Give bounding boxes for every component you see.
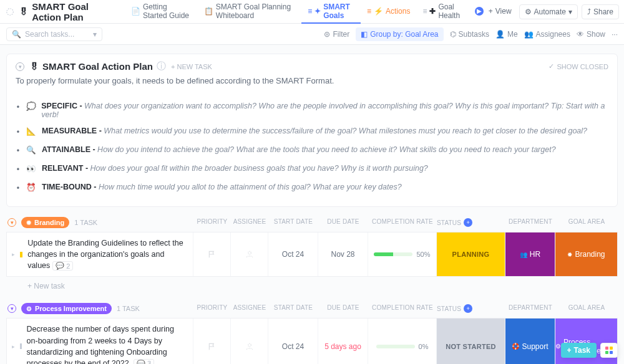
smart-row: •⏰TIME-BOUND - How much time would you a… [16,179,608,198]
comments-badge[interactable]: 💬2 [52,261,73,271]
col-area: GOAL AREA [555,304,618,313]
tab-label: View [495,7,512,16]
info-icon[interactable]: ⓘ [157,60,166,72]
new-task-button[interactable]: + NEW TASK [171,63,212,70]
tab-smart-goals[interactable]: ≡✦SMART Goals [301,0,361,24]
list-icon: ≡ [422,7,427,16]
more-button[interactable]: ··· [612,30,618,39]
completion-cell[interactable]: 50% [368,232,436,276]
col-assignee: ASSIGNEE [231,304,268,313]
automate-button[interactable]: ⚙Automate▾ [519,4,578,19]
new-task-inline[interactable]: + New task [6,277,618,290]
priority-cell[interactable] [193,232,230,276]
task-row[interactable]: ▸Update the Branding Guidelines to refle… [6,232,618,277]
start-date-cell[interactable]: Oct 24 [268,232,318,276]
comment-icon: 💬 [137,360,145,364]
group-pill[interactable]: ⚙Process Improvement [21,303,112,314]
task-title: Decrease the number of days spent during… [27,325,174,364]
collapse-icon[interactable]: ▾ [16,62,24,71]
col-completion: COMPLETION RATE [368,218,437,227]
completion-cell[interactable]: 0% [368,318,436,364]
search-placeholder: Search tasks... [25,30,74,39]
status-cell[interactable]: NOT STARTED [436,318,505,364]
smart-row: •👀RELEVANT - How does your goal fit with… [16,160,608,179]
smart-row: •📐MEASURABLE - What metrics would you us… [16,123,608,141]
filter-button[interactable]: ⊜Filter [324,30,349,39]
group: ▾⚙Process Improvement1 TASKPRIORITYASSIG… [6,300,618,364]
tab-goal-health[interactable]: ≡✚Goal Health [416,0,468,24]
tab-label: Getting Started Guide [143,2,192,20]
robot-icon: ⚙ [525,7,532,16]
col-priority: PRIORITY [193,218,231,227]
group-pill-icon: ✹ [26,219,31,226]
task-count: 1 TASK [74,219,97,226]
goal-area-cell[interactable]: ✹Branding [555,232,617,276]
show-button[interactable]: 👁Show [577,30,605,39]
smart-criteria-list: •💭SPECIFIC - What does your organization… [7,94,617,206]
collapse-icon[interactable]: ▾ [7,218,16,227]
due-date-cell[interactable]: 5 days ago [318,318,368,364]
show-closed-button[interactable]: ✓SHOW CLOSED [548,62,608,70]
col-due: DUE DATE [318,304,368,313]
view-tabs: 📄Getting Started Guide📋SMART Goal Planni… [125,0,518,24]
assignee-cell[interactable] [230,318,268,364]
status-cell[interactable]: PLANNING [436,232,505,276]
groupby-button[interactable]: ◧Group by: Goal Area [356,27,443,41]
list-icon: ≡ [308,7,312,16]
expand-icon[interactable]: ▸ [12,343,15,350]
share-icon: ⤴ [587,7,591,16]
tab-getting-started-guide[interactable]: 📄Getting Started Guide [125,0,198,24]
column-headers: PRIORITYASSIGNEESTART DATEDUE DATECOMPLE… [193,304,618,313]
group-header: ▾⚙Process Improvement1 TASKPRIORITYASSIG… [6,300,618,318]
assignees-button[interactable]: 👥Assignees [524,30,570,39]
group-header: ▾✹Branding1 TASKPRIORITYASSIGNEESTART DA… [6,214,618,232]
group-pill-label: Branding [34,219,64,226]
bullet-icon: • [16,127,21,138]
chevron-down-icon: ▾ [568,7,572,16]
me-button[interactable]: 👤Me [495,30,518,39]
topbar: 🎖 SMART Goal Action Plan 📄Getting Starte… [0,0,624,24]
plus-circle-icon[interactable]: + [464,218,472,227]
start-date-cell[interactable]: Oct 24 [268,318,318,364]
department-cell[interactable]: 🛟Support [505,318,555,364]
col-due: DUE DATE [318,218,368,227]
app-logo-icon [5,6,15,18]
comments-badge[interactable]: 💬3 [134,359,154,364]
expand-icon[interactable]: ▸ [12,251,15,257]
priority-cell[interactable] [193,318,230,364]
due-date-cell[interactable]: Nov 28 [318,232,368,276]
status-square-icon[interactable] [20,343,22,349]
smart-row-text: How much time would you allot to the att… [99,183,402,191]
search-input[interactable]: 🔍 Search tasks... ▾ [6,27,102,41]
department-cell[interactable]: 👥HR [505,232,555,276]
dept-icon: 🛟 [512,343,519,350]
tab-actions[interactable]: ≡⚡Actions [361,0,416,24]
plus-label: + [489,7,493,16]
group-pill-icon: ⚙ [26,305,32,312]
smart-row-label: SPECIFIC - [41,102,84,110]
medal-icon: 🎖 [29,61,39,72]
dept-icon: 👥 [520,251,527,258]
status-square-icon[interactable] [20,252,22,257]
svg-point-2 [248,343,251,347]
group-pill[interactable]: ✹Branding [21,217,69,228]
list-icon: 📄 [131,7,140,16]
new-task-fab[interactable]: +Task [561,343,597,358]
collapse-icon[interactable]: ▾ [7,304,16,313]
smart-row-text: What metrics would you use to determine … [104,127,587,135]
tab-label: SMART Goal Planning Whiteboard [216,2,295,20]
col-dept: DEPARTMENT [505,304,555,313]
plus-circle-icon[interactable]: + [464,304,472,313]
tab-view[interactable]: ▶+View [469,0,518,24]
people-icon: 👥 [524,30,534,39]
fab-container: +Task [561,343,618,358]
apps-fab[interactable] [600,343,618,358]
task-row[interactable]: ▸Decrease the number of days spent durin… [6,318,618,364]
subtasks-button[interactable]: ⌬Subtasks [450,30,489,39]
tab-smart-goal-planning-whiteboard[interactable]: 📋SMART Goal Planning Whiteboard [198,0,301,24]
share-button[interactable]: ⤴Share [582,4,619,19]
bullet-icon: • [16,145,21,156]
task-title: Update the Branding Guidelines to reflec… [27,239,183,270]
assignee-cell[interactable] [230,232,268,276]
eye-icon: 👁 [577,30,584,39]
